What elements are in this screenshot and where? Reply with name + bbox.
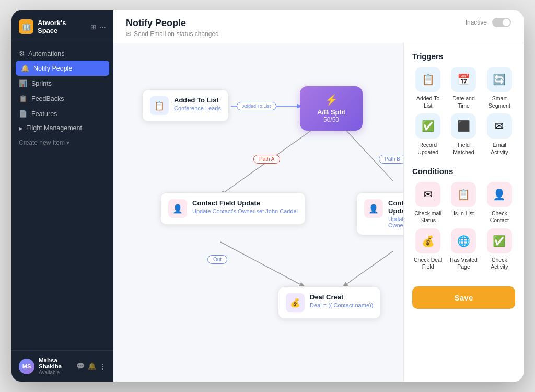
connector-path-a: Path A <box>253 155 280 164</box>
triggers-title: Triggers <box>412 52 515 61</box>
sidebar-grid-icon[interactable]: ⋯ <box>99 23 106 31</box>
right-panel: Triggers 📋 Added To List 📅 Date and Time… <box>403 43 524 382</box>
page-title: Notify People <box>126 18 219 29</box>
sidebar-footer: MS Mahsa Shakiba Available 💬 🔔 ⋮ <box>11 350 113 382</box>
node-deal-creat[interactable]: 💰 Deal Creat Deal = (( Contact.name)) <box>278 286 381 319</box>
condition-check-activity-label: Check Activity <box>484 257 515 271</box>
page-subtitle-text: Send Email on status changed <box>134 30 219 38</box>
added-to-list-content: Added To List Conference Leads <box>174 96 221 111</box>
sprints-label: Sprints <box>31 80 52 87</box>
sidebar-item-features[interactable]: 📄 Features <box>11 106 113 121</box>
trigger-record-updated[interactable]: ✅ Record Updated <box>412 113 444 156</box>
trigger-field-matched-label: Field Matched <box>448 142 479 156</box>
notify-label: Notify People <box>33 65 72 72</box>
user-avatar: MS <box>19 359 34 374</box>
deal-creat-title: Deal Creat <box>310 293 373 301</box>
inactive-label: Inactive <box>466 19 487 26</box>
trigger-added-to-list[interactable]: 📋 Added To List <box>412 67 444 109</box>
added-to-list-title: Added To List <box>174 96 221 104</box>
condition-check-mail[interactable]: ✉ Check mail Status <box>412 182 444 224</box>
condition-check-mail-icon: ✉ <box>415 182 440 207</box>
trigger-email-activity-label: Email Activity <box>484 142 515 156</box>
condition-check-deal-field[interactable]: 💰 Check Deal Field <box>412 228 444 271</box>
condition-check-mail-label: Check mail Status <box>412 210 444 224</box>
triggers-grid: 📋 Added To List 📅 Date and Time 🔄 Smart … <box>412 67 515 156</box>
condition-check-contact[interactable]: 👤 Check Contact <box>484 182 515 224</box>
condition-has-visited-page[interactable]: 🌐 Has Visited Page <box>448 228 479 271</box>
app-window: 🏢 Atwork's Space ⊞ ⋯ ⚙ Automations 🔔 Not… <box>11 10 524 382</box>
notification-icon[interactable]: 🔔 <box>88 362 96 370</box>
condition-check-contact-label: Check Contact <box>484 210 515 224</box>
ab-split-icon: ⚡ <box>310 94 352 106</box>
condition-check-deal-field-label: Check Deal Field <box>412 257 444 271</box>
node-ab-split[interactable]: ⚡ A/B Split 50/50 <box>300 86 363 131</box>
node-added-to-list[interactable]: 📋 Added To List Conference Leads <box>142 89 229 122</box>
trigger-date-time[interactable]: 📅 Date and Time <box>448 67 479 109</box>
notify-icon: 🔔 <box>21 64 29 72</box>
trigger-field-matched-icon: ⬛ <box>451 113 476 139</box>
sidebar-item-feedbacks[interactable]: 📋 FeedBacks <box>11 91 113 106</box>
active-toggle[interactable] <box>492 18 511 27</box>
sidebar-group-flight[interactable]: ▶ Flight Management <box>11 121 113 135</box>
content-area: 📋 Added To List Conference Leads Added T… <box>113 43 524 382</box>
condition-check-activity-icon: ✅ <box>487 228 512 253</box>
condition-check-deal-field-icon: 💰 <box>415 228 440 253</box>
node-contact-field-1[interactable]: 👤 Contact Field Update Update Contact's … <box>160 192 306 225</box>
condition-is-in-list-label: Is In List <box>453 210 474 217</box>
node-contact-field-2[interactable]: 👤 Contact Field Update Update Contact's … <box>356 192 403 235</box>
condition-is-in-list-icon: 📋 <box>451 182 476 207</box>
trigger-field-matched[interactable]: ⬛ Field Matched <box>448 113 479 156</box>
sidebar-header: 🏢 Atwork's Space ⊞ ⋯ <box>11 10 113 41</box>
topbar: Notify People ✉ Send Email on status cha… <box>113 10 524 43</box>
contact-field-1-subtitle: Update Contact's Owner set John Caddel <box>192 208 298 214</box>
flow-canvas[interactable]: 📋 Added To List Conference Leads Added T… <box>113 43 403 382</box>
trigger-smart-segment[interactable]: 🔄 Smart Segment <box>484 67 515 109</box>
sidebar-item-sprints[interactable]: 📊 Sprints <box>11 76 113 91</box>
trigger-added-to-list-label: Added To List <box>412 95 444 109</box>
user-name: Mahsa Shakiba <box>39 357 72 370</box>
feedbacks-label: FeedBacks <box>31 95 64 102</box>
more-icon[interactable]: ⋮ <box>99 362 106 370</box>
flow-container: 📋 Added To List Conference Leads Added T… <box>124 54 393 371</box>
sidebar: 🏢 Atwork's Space ⊞ ⋯ ⚙ Automations 🔔 Not… <box>11 10 113 382</box>
sidebar-header-icons: ⊞ ⋯ <box>90 23 106 31</box>
feedbacks-icon: 📋 <box>19 95 27 102</box>
trigger-date-time-label: Date and Time <box>448 95 479 109</box>
create-new-item[interactable]: Create new Item ▾ <box>11 135 113 151</box>
sidebar-group-automations[interactable]: ⚙ Automations <box>11 47 113 61</box>
connector-path-b: Path B <box>379 155 403 164</box>
workspace-name: Atwork's Space <box>38 19 86 34</box>
deal-creat-content: Deal Creat Deal = (( Contact.name)) <box>310 293 373 308</box>
trigger-date-time-icon: 📅 <box>451 67 476 92</box>
automations-icon: ⚙ <box>19 50 25 57</box>
sidebar-settings-icon[interactable]: ⊞ <box>90 23 96 31</box>
condition-is-in-list[interactable]: 📋 Is In List <box>448 182 479 224</box>
save-button[interactable]: Save <box>412 286 515 309</box>
user-info: Mahsa Shakiba Available <box>39 357 72 375</box>
user-status: Available <box>39 370 72 375</box>
chat-icon[interactable]: 💬 <box>76 362 85 370</box>
connector-out-1: Out <box>207 255 227 264</box>
flight-label: Flight Management <box>26 124 82 132</box>
added-to-list-subtitle: Conference Leads <box>174 105 221 111</box>
trigger-added-to-list-icon: 📋 <box>415 67 440 92</box>
deal-creat-subtitle: Deal = (( Contact.name)) <box>310 302 373 308</box>
page-subtitle: ✉ Send Email on status changed <box>126 30 219 38</box>
added-to-list-icon: 📋 <box>150 96 169 115</box>
trigger-email-activity-icon: ✉ <box>487 113 512 139</box>
trigger-smart-segment-icon: 🔄 <box>487 67 512 92</box>
condition-has-visited-page-label: Has Visited Page <box>448 257 479 271</box>
trigger-email-activity[interactable]: ✉ Email Activity <box>484 113 515 156</box>
condition-has-visited-page-icon: 🌐 <box>451 228 476 253</box>
condition-check-contact-icon: 👤 <box>487 182 512 207</box>
conditions-title: Conditions <box>412 167 515 176</box>
condition-check-activity[interactable]: ✅ Check Activity <box>484 228 515 271</box>
features-label: Features <box>31 110 57 118</box>
deal-creat-icon: 💰 <box>286 293 305 312</box>
ab-split-title: A/B Split <box>310 108 352 116</box>
sidebar-item-notify-people[interactable]: 🔔 Notify People <box>16 61 109 76</box>
topbar-right: Inactive <box>466 18 511 27</box>
sidebar-logo: 🏢 <box>19 19 33 34</box>
sprints-icon: 📊 <box>19 79 27 87</box>
ab-split-subtitle: 50/50 <box>310 116 352 123</box>
